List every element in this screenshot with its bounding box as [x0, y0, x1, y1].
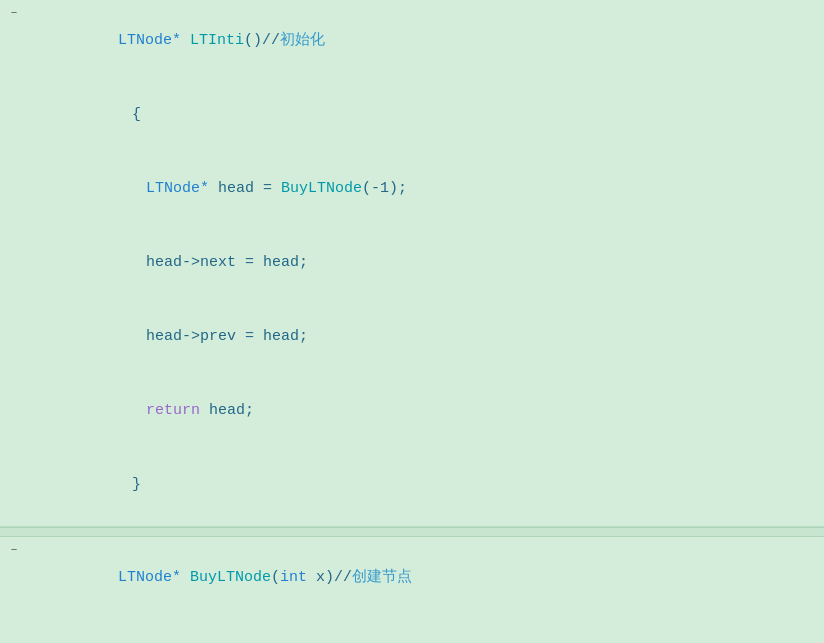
code-text-b2l1: LTNode* BuyLTNode(int x)//创建节点 — [24, 542, 824, 614]
func-buyltnode: BuyLTNode — [190, 569, 271, 586]
code-text-b1l5: head->prev = head; — [52, 301, 824, 373]
line-content-b1l7: } — [4, 449, 824, 521]
line-b1l2: { — [0, 78, 824, 152]
line-b2l2: { — [0, 615, 824, 643]
line-content-b1l2: { — [4, 79, 824, 151]
line-b2l1: − LTNode* BuyLTNode(int x)//创建节点 — [0, 541, 824, 615]
code-text-b1l6: return head; — [52, 375, 824, 447]
return-head: head; — [209, 402, 254, 419]
type-ltnode: LTNode* — [146, 180, 218, 197]
line-content-b1l4: head->next = head; — [4, 227, 824, 299]
code-block-2: − LTNode* BuyLTNode(int x)//创建节点 { — [0, 537, 824, 643]
line-content-b1l3: LTNode* head = BuyLTNode(-1); — [4, 153, 824, 225]
code-text-b1l3: LTNode* head = BuyLTNode(-1); — [52, 153, 824, 225]
type-ltnode-2: LTNode* — [118, 569, 190, 586]
head-prev: head->prev = head; — [146, 328, 308, 345]
line-b1l1: − LTNode* LTInti()//初始化 — [0, 4, 824, 78]
code-text-b1l7: } — [38, 449, 824, 521]
line-b1l6: return head; — [0, 374, 824, 448]
code-args: (-1); — [362, 180, 407, 197]
keyword-int: int — [280, 569, 307, 586]
code-text-b2l2: { — [38, 616, 824, 643]
brace-open: { — [132, 106, 141, 123]
line-content-b1l5: head->prev = head; — [4, 301, 824, 373]
code-text-b1l2: { — [38, 79, 824, 151]
param-x: x)//创建节点 — [307, 569, 412, 586]
func-name: LTInti — [190, 32, 244, 49]
code-text-b1l1: LTNode* LTInti()//初始化 — [24, 5, 824, 77]
line-content-b1l6: return head; — [4, 375, 824, 447]
block-spacer — [0, 527, 824, 537]
collapse-btn-b2l1[interactable]: − — [4, 544, 24, 556]
func-buy: BuyLTNode — [281, 180, 362, 197]
code-text-b1l4: head->next = head; — [52, 227, 824, 299]
code-editor: − LTNode* LTInti()//初始化 { — [0, 0, 824, 643]
keyword-return: return — [146, 402, 209, 419]
keyword-ltnode: LTNode* — [118, 32, 190, 49]
line-b1l5: head->prev = head; — [0, 300, 824, 374]
line-b1l4: head->next = head; — [0, 226, 824, 300]
var-head: head = — [218, 180, 281, 197]
line-content-b2l2: { — [4, 616, 824, 643]
brace-close-1: } — [132, 476, 141, 493]
code-block-1: − LTNode* LTInti()//初始化 { — [0, 0, 824, 527]
line-content-b1l1: − LTNode* LTInti()//初始化 — [4, 5, 824, 77]
paren-open: ( — [271, 569, 280, 586]
line-b1l3: LTNode* head = BuyLTNode(-1); — [0, 152, 824, 226]
head-next: head->next = head; — [146, 254, 308, 271]
line-b1l7: } — [0, 448, 824, 522]
collapse-btn-b1l1[interactable]: − — [4, 7, 24, 19]
code-paren: ()//初始化 — [244, 32, 325, 49]
line-content-b2l1: − LTNode* BuyLTNode(int x)//创建节点 — [4, 542, 824, 614]
